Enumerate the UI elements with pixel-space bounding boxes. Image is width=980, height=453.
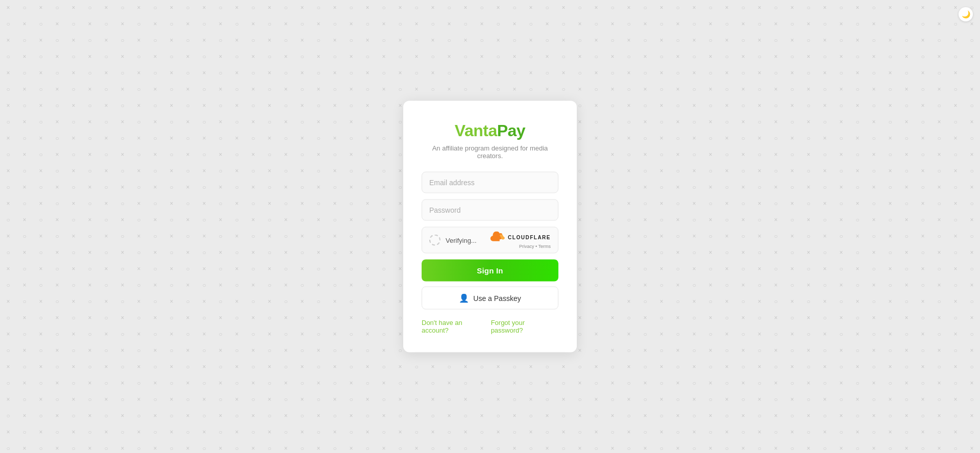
logo-pay: Pay <box>497 121 525 140</box>
cf-brand-name: CLOUDFLARE <box>508 234 551 240</box>
forgot-password-link[interactable]: Forgot your password? <box>491 319 558 334</box>
footer-links: Don't have an account? Forgot your passw… <box>422 319 558 334</box>
cf-terms-link[interactable]: Terms <box>538 244 551 249</box>
dark-mode-toggle[interactable]: 🌙 <box>959 7 973 21</box>
passkey-button[interactable]: 👤 Use a Passkey <box>422 287 558 310</box>
tagline: An affiliate program designed for media … <box>422 144 558 160</box>
cf-verifying-text: Verifying... <box>446 236 477 244</box>
cf-spinner-icon <box>429 235 440 246</box>
email-field-group <box>422 172 558 193</box>
passkey-icon: 👤 <box>459 293 469 303</box>
signin-button[interactable]: Sign In <box>422 260 558 282</box>
cf-privacy-link[interactable]: Privacy <box>519 244 534 249</box>
logo-vanta: Vanta <box>455 121 497 140</box>
moon-icon: 🌙 <box>962 10 970 18</box>
cf-left: Verifying... <box>429 235 477 246</box>
dont-have-account-link[interactable]: Don't have an account? <box>422 319 491 334</box>
cf-cloud: CLOUDFLARE <box>486 232 551 243</box>
logo-text: VantaPay <box>455 121 525 140</box>
passkey-label: Use a Passkey <box>473 294 521 302</box>
cf-right: CLOUDFLARE Privacy • Terms <box>486 232 551 249</box>
cloudflare-turnstile: Verifying... CLOUDFLARE Privacy • Terms <box>422 227 558 254</box>
logo: VantaPay <box>422 121 558 140</box>
cloudflare-logo-icon <box>486 232 506 243</box>
email-input[interactable] <box>422 172 558 193</box>
password-input[interactable] <box>422 199 558 221</box>
login-card: VantaPay An affiliate program designed f… <box>403 101 577 353</box>
password-field-group <box>422 199 558 221</box>
cf-links: Privacy • Terms <box>519 244 551 249</box>
